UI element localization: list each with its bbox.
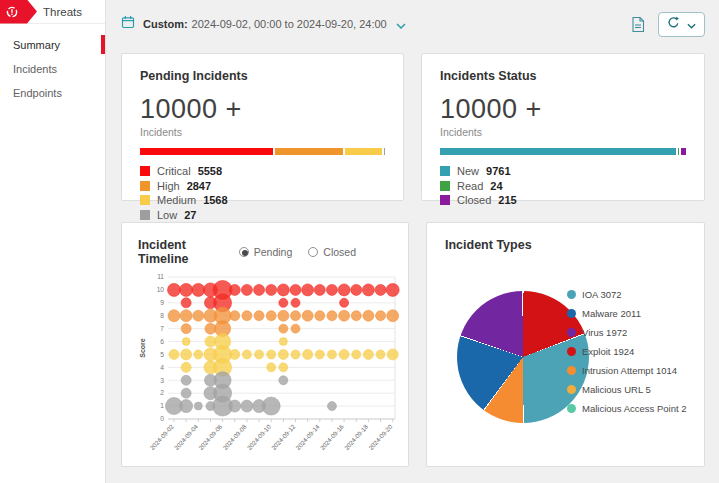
sidebar-item-incidents[interactable]: Incidents (0, 57, 105, 81)
legend-value: 9761 (486, 165, 510, 177)
pie-legend-item: Malware 2011 (567, 308, 687, 319)
svg-text:Score: Score (139, 338, 146, 358)
svg-text:8: 8 (160, 312, 164, 319)
threats-logo-icon (0, 0, 37, 24)
bar-segment-low (384, 148, 385, 155)
radio-label: Pending (254, 246, 293, 258)
pie-legend-label: Exploit 1924 (582, 346, 634, 357)
incident-timeline-card: Incident Timeline PendingClosed 01234567… (121, 222, 409, 467)
legend-swatch (440, 166, 450, 176)
svg-text:2024-09-20: 2024-09-20 (367, 423, 394, 452)
legend-item-closed: Closed215 (440, 194, 686, 206)
card-title: Incident Timeline (138, 238, 239, 266)
legend-label: Critical (157, 165, 191, 177)
legend-value: 24 (490, 180, 502, 192)
svg-text:2024-09-12: 2024-09-12 (270, 423, 297, 452)
card-title: Incidents Status (440, 69, 686, 83)
legend-swatch (440, 195, 450, 205)
pie-legend-label: Malicious URL 5 (582, 384, 651, 395)
legend-swatch (140, 166, 150, 176)
svg-text:0: 0 (160, 415, 164, 422)
card-title: Incident Types (445, 238, 686, 252)
export-pdf-button[interactable] (628, 14, 648, 35)
severity-legend: Critical5558High2847Medium1568Low27 (140, 165, 385, 221)
pie-legend-item: Malicious URL 5 (567, 384, 687, 395)
status-unit-label: Incidents (440, 126, 686, 138)
status-stacked-bar (440, 148, 686, 155)
bar-segment-closed (681, 148, 686, 155)
pie-legend-item: IOA 3072 (567, 289, 687, 300)
svg-text:9: 9 (160, 299, 164, 306)
refresh-icon (667, 16, 680, 32)
card-title: Pending Incidents (140, 69, 385, 83)
svg-text:2024-09-14: 2024-09-14 (294, 423, 321, 452)
svg-text:2024-09-08: 2024-09-08 (221, 423, 248, 452)
pie-legend-item: Virus 1972 (567, 327, 687, 338)
legend-value: 27 (184, 209, 196, 221)
legend-dot (567, 328, 576, 337)
threats-dashboard: Threats SummaryIncidentsEndpoints Custom… (0, 0, 719, 483)
pie-legend-item: Intrusion Attempt 1014 (567, 365, 687, 376)
svg-text:5: 5 (160, 351, 164, 358)
date-prefix-label: Custom: (143, 18, 188, 30)
incident-timeline-bubble-chart[interactable]: 012345678910112024-09-022024-09-042024-0… (138, 270, 400, 470)
radio-pending[interactable]: Pending (239, 246, 293, 258)
status-legend: New9761Read24Closed215 (440, 165, 686, 206)
radio-circle-icon (239, 247, 249, 257)
legend-dot (567, 347, 576, 356)
legend-item-read: Read24 (440, 180, 686, 192)
legend-value: 2847 (187, 180, 211, 192)
svg-text:2024-09-18: 2024-09-18 (343, 423, 370, 452)
bar-segment-high (275, 148, 343, 155)
bar-segment-critical (140, 148, 273, 155)
legend-label: Low (157, 209, 177, 221)
legend-item-high: High2847 (140, 180, 385, 192)
legend-dot (567, 290, 576, 299)
pie-legend-item: Malicious Access Point 2 (567, 403, 687, 414)
refresh-options-chevron-icon (687, 17, 696, 32)
sidebar-nav: SummaryIncidentsEndpoints (0, 24, 105, 105)
legend-label: Closed (457, 194, 491, 206)
status-total-count: 10000 + (440, 94, 686, 125)
pending-total-count: 10000 + (140, 94, 385, 125)
legend-label: Medium (157, 194, 196, 206)
incident-types-card: Incident Types IOA 3072Malware 2011Virus… (426, 222, 705, 467)
svg-text:6: 6 (160, 338, 164, 345)
pending-incidents-card: Pending Incidents 10000 + Incidents Crit… (121, 53, 404, 201)
pie-legend-label: Malware 2011 (582, 308, 641, 319)
radio-circle-icon (308, 247, 318, 257)
pie-legend-label: Intrusion Attempt 1014 (582, 365, 677, 376)
svg-text:2024-09-16: 2024-09-16 (318, 423, 345, 452)
legend-dot (567, 366, 576, 375)
svg-text:2024-09-10: 2024-09-10 (246, 423, 273, 452)
pie-legend-item: Exploit 1924 (567, 346, 687, 357)
bar-segment-medium (345, 148, 382, 155)
legend-swatch (140, 210, 150, 220)
sidebar: Threats SummaryIncidentsEndpoints (0, 0, 106, 483)
legend-dot (567, 385, 576, 394)
legend-label: Read (457, 180, 483, 192)
pie-legend-label: Virus 1972 (582, 327, 627, 338)
incidents-status-card: Incidents Status 10000 + Incidents New97… (421, 53, 705, 201)
svg-text:2024-09-04: 2024-09-04 (173, 423, 200, 452)
toolbar-actions (628, 12, 705, 37)
refresh-split-button[interactable] (658, 12, 705, 37)
legend-dot (567, 309, 576, 318)
sidebar-item-endpoints[interactable]: Endpoints (0, 81, 105, 105)
sidebar-item-summary[interactable]: Summary (0, 33, 105, 57)
svg-text:11: 11 (157, 273, 164, 280)
date-range-control[interactable]: Custom: 2024-09-02, 00:00 to 2024-09-20,… (121, 15, 406, 33)
svg-text:1: 1 (160, 402, 164, 409)
legend-item-medium: Medium1568 (140, 194, 385, 206)
legend-value: 215 (498, 194, 516, 206)
svg-text:2024-09-06: 2024-09-06 (197, 423, 224, 452)
date-range-value: 2024-09-02, 00:00 to 2024-09-20, 24:00 (192, 18, 387, 30)
svg-text:10: 10 (157, 286, 165, 293)
bar-segment-read (678, 148, 679, 155)
legend-dot (567, 404, 576, 413)
bar-segment-new (440, 148, 676, 155)
pie-legend-label: IOA 3072 (582, 289, 622, 300)
radio-closed[interactable]: Closed (308, 246, 356, 258)
legend-value: 1568 (203, 194, 227, 206)
legend-swatch (440, 181, 450, 191)
